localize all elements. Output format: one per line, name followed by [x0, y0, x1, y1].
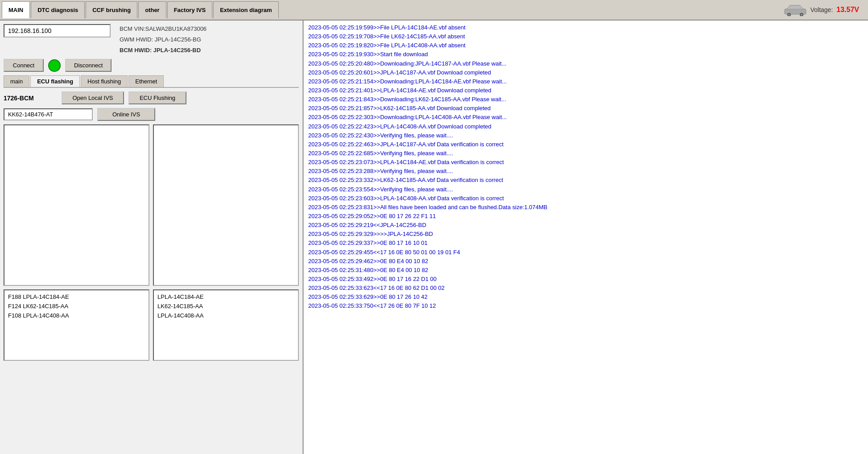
- car-icon: [784, 4, 807, 16]
- ecu-flushing-button[interactable]: ECU Flushing: [128, 91, 186, 104]
- log-line: 2023-05-05 02:25:29:455<<17 16 0E 80 50 …: [308, 248, 864, 257]
- nav-tab-other[interactable]: other: [138, 1, 166, 18]
- connection-status-dot: [48, 59, 61, 72]
- voltage-label: Voltage:: [810, 6, 833, 13]
- log-line: 2023-05-05 02:25:21:857>>LK62-14C185-AA.…: [308, 104, 864, 113]
- list-item[interactable]: LK62-14C185-AA: [156, 301, 296, 311]
- left-top-panel-wrapper: [4, 124, 149, 285]
- log-line: 2023-05-05 02:25:33:492>>0E 80 17 16 22 …: [308, 275, 864, 284]
- sub-tab-main[interactable]: main: [4, 75, 29, 87]
- nav-tab-ccf[interactable]: CCF brushing: [86, 1, 137, 18]
- sub-tab-ecu-flashing[interactable]: ECU flashing: [30, 75, 80, 87]
- main-content: BCM VIN:SALWA2BU1KA873006 GWM HWID: JPLA…: [0, 21, 868, 454]
- online-ivs-button[interactable]: Online IVS: [97, 108, 155, 121]
- ecu-top-row: 1726-BCM Open Local IVS ECU Flushing: [4, 91, 299, 104]
- log-line: 2023-05-05 02:25:19:930>>Start file down…: [308, 50, 864, 59]
- right-top-list[interactable]: [153, 124, 299, 285]
- log-line: 2023-05-05 02:25:19:708>>File LK62-14C18…: [308, 32, 864, 41]
- disconnect-button[interactable]: Disconnect: [65, 59, 112, 72]
- bcm-vin-line: BCM VIN:SALWA2BU1KA873006: [120, 24, 207, 34]
- bottom-list-panels: F188 LPLA-14C184-AEF124 LK62-14C185-AAF1…: [4, 289, 299, 450]
- left-bottom-list[interactable]: F188 LPLA-14C184-AEF124 LK62-14C185-AAF1…: [4, 289, 149, 361]
- voltage-value: 13.57V: [836, 6, 859, 14]
- right-top-panel-wrapper: [153, 124, 299, 285]
- list-item[interactable]: LPLA-14C408-AA: [156, 311, 296, 320]
- ip-address-input[interactable]: [4, 24, 111, 37]
- nav-tab-dtc[interactable]: DTC diagnosis: [31, 1, 85, 18]
- log-line: 2023-05-05 02:25:29:329>>>>JPLA-14C256-B…: [308, 230, 864, 239]
- log-line: 2023-05-05 02:25:22:423>>LPLA-14C408-AA.…: [308, 122, 864, 131]
- log-line: 2023-05-05 02:25:29:219<<JPLA-14C256-BD: [308, 221, 864, 230]
- list-item[interactable]: F188 LPLA-14C184-AE: [6, 292, 147, 301]
- list-item[interactable]: LPLA-14C184-AE: [156, 292, 296, 301]
- log-line: 2023-05-05 02:25:21:401>>LPLA-14C184-AE.…: [308, 86, 864, 95]
- bcm-hwid-line: BCM HWID: JPLA-14C256-BD: [120, 45, 207, 55]
- log-line: 2023-05-05 02:25:29:462>>0E 80 E4 00 10 …: [308, 257, 864, 266]
- top-nav-bar: MAIN DTC diagnosis CCF brushing other Fa…: [0, 0, 868, 21]
- gwm-hwid-line: GWM HWID: JPLA-14C256-BG: [120, 35, 207, 45]
- log-line: 2023-05-05 02:25:22:685>>Verifying files…: [308, 149, 864, 158]
- ecu-section: 1726-BCM Open Local IVS ECU Flushing Onl…: [4, 91, 299, 450]
- ecu-name-label: 1726-BCM: [4, 95, 57, 102]
- sub-tabs: main ECU flashing Host flushing Ethernet: [4, 75, 299, 88]
- ecu-mid-row: Online IVS: [4, 108, 299, 121]
- svg-point-4: [801, 14, 802, 16]
- log-line: 2023-05-05 02:25:22:463>>JPLA-14C187-AA.…: [308, 140, 864, 149]
- log-line: 2023-05-05 02:25:21:154>>Downloading:LPL…: [308, 77, 864, 86]
- log-line: 2023-05-05 02:25:29:337>>0E 80 17 16 10 …: [308, 239, 864, 248]
- log-panel[interactable]: 2023-05-05 02:25:19:599>>File LPLA-14C18…: [303, 21, 868, 454]
- svg-point-2: [788, 14, 790, 16]
- log-line: 2023-05-05 02:25:19:820>>File LPLA-14C40…: [308, 41, 864, 50]
- left-bottom-panel-wrapper: F188 LPLA-14C184-AEF124 LK62-14C185-AAF1…: [4, 289, 149, 450]
- sub-tab-ethernet[interactable]: Ethernet: [128, 75, 164, 87]
- connect-row: Connect Disconnect: [4, 59, 299, 72]
- nav-tab-main[interactable]: MAIN: [2, 1, 30, 18]
- right-bottom-list[interactable]: LPLA-14C184-AELK62-14C185-AALPLA-14C408-…: [153, 289, 299, 361]
- left-panel: BCM VIN:SALWA2BU1KA873006 GWM HWID: JPLA…: [0, 21, 303, 454]
- log-line: 2023-05-05 02:25:22:303>>Downloading:LPL…: [308, 113, 864, 122]
- list-item[interactable]: F108 LPLA-14C408-AA: [6, 311, 147, 320]
- log-line: 2023-05-05 02:25:23:831>>All files have …: [308, 203, 864, 212]
- log-line: 2023-05-05 02:25:29:052>>0E 80 17 26 22 …: [308, 212, 864, 221]
- open-local-ivs-button[interactable]: Open Local IVS: [62, 91, 124, 104]
- log-line: 2023-05-05 02:25:20:480>>Downloading:JPL…: [308, 59, 864, 68]
- connect-button[interactable]: Connect: [4, 59, 44, 72]
- left-top-list[interactable]: [4, 124, 149, 285]
- log-line: 2023-05-05 02:25:22:430>>Verifying files…: [308, 131, 864, 140]
- list-item[interactable]: F124 LK62-14C185-AA: [6, 301, 147, 311]
- ecu-id-input[interactable]: [4, 108, 93, 120]
- log-line: 2023-05-05 02:25:31:480>>0E 80 E4 00 10 …: [308, 266, 864, 275]
- log-line: 2023-05-05 02:25:21:843>>Downloading:LK6…: [308, 95, 864, 104]
- log-line: 2023-05-05 02:25:23:332>>LK62-14C185-AA.…: [308, 176, 864, 185]
- voltage-display: Voltage: 13.57V: [784, 4, 866, 16]
- right-bottom-panel-wrapper: LPLA-14C184-AELK62-14C185-AALPLA-14C408-…: [153, 289, 299, 450]
- nav-tab-extension[interactable]: Extension diagram: [213, 1, 278, 18]
- nav-tab-factory[interactable]: Factory IVS: [167, 1, 213, 18]
- log-line: 2023-05-05 02:25:23:073>>LPLA-14C184-AE.…: [308, 158, 864, 167]
- log-line: 2023-05-05 02:25:23:288>>Verifying files…: [308, 167, 864, 176]
- log-line: 2023-05-05 02:25:33:623<<17 16 0E 80 62 …: [308, 284, 864, 293]
- log-line: 2023-05-05 02:25:33:629>>0E 80 17 26 10 …: [308, 293, 864, 301]
- top-list-panels: [4, 124, 299, 285]
- sub-tab-host-flushing[interactable]: Host flushing: [81, 75, 128, 87]
- log-line: 2023-05-05 02:25:19:599>>File LPLA-14C18…: [308, 23, 864, 32]
- log-line: 2023-05-05 02:25:33:750<<17 26 0E 80 7F …: [308, 301, 864, 310]
- log-line: 2023-05-05 02:25:20:601>>JPLA-14C187-AA.…: [308, 68, 864, 77]
- log-line: 2023-05-05 02:25:23:603>>LPLA-14C408-AA.…: [308, 194, 864, 203]
- vin-info-block: BCM VIN:SALWA2BU1KA873006 GWM HWID: JPLA…: [120, 24, 207, 55]
- log-line: 2023-05-05 02:25:23:554>>Verifying files…: [308, 185, 864, 194]
